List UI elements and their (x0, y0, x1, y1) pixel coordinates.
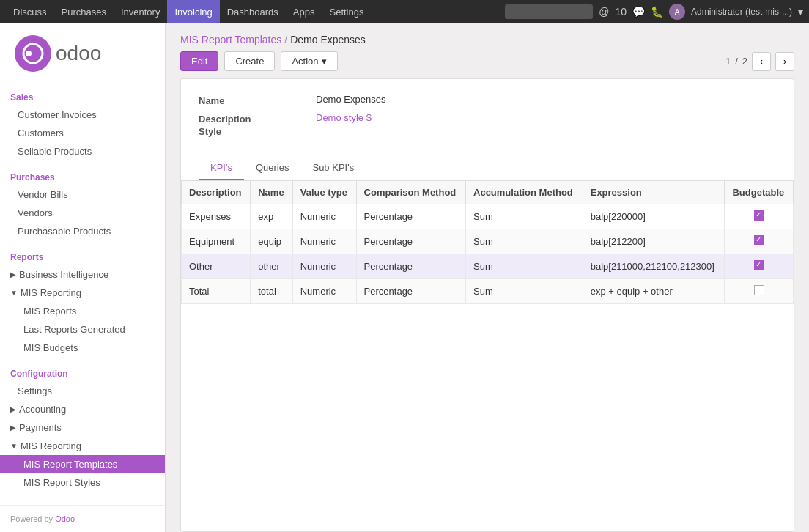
sidebar-label-mis-reporting-config: MIS Reporting (21, 440, 81, 451)
nav-inventory[interactable]: Inventory (114, 0, 167, 23)
tab-sub-kpis[interactable]: Sub KPI's (300, 156, 366, 180)
sidebar-item-sellable-products[interactable]: Sellable Products (0, 142, 165, 160)
sidebar-group-accounting[interactable]: ▶ Accounting (0, 400, 165, 418)
edit-button[interactable]: Edit (180, 51, 218, 71)
prev-page-button[interactable]: ‹ (752, 52, 771, 71)
section-title-sales: Sales (0, 89, 165, 106)
checkbox-icon[interactable] (754, 210, 764, 221)
sidebar-section-configuration: Configuration Settings ▶ Accounting ▶ Pa… (0, 360, 165, 495)
checkbox-icon[interactable] (754, 235, 764, 245)
nav-dashboards[interactable]: Dashboards (220, 0, 286, 23)
checkbox-icon[interactable] (754, 260, 764, 270)
action-button[interactable]: Action ▾ (281, 51, 337, 71)
col-value-type: Value type (292, 180, 356, 204)
cell-comparison: Percentage (356, 229, 465, 254)
nav-discuss[interactable]: Discuss (6, 0, 54, 23)
avatar: A (669, 4, 685, 20)
sidebar-item-mis-reports[interactable]: MIS Reports (0, 302, 165, 320)
cell-accumulation: Sum (466, 204, 583, 229)
table-row[interactable]: ExpensesexpNumericPercentageSumbalp[2200… (182, 204, 794, 229)
cell-comparison: Percentage (356, 254, 465, 278)
section-title-configuration: Configuration (0, 366, 165, 382)
breadcrumb-separator: / (284, 34, 287, 45)
chat-icon: 💬 (632, 6, 645, 18)
sidebar-section-sales: Sales Customer Invoices Customers Sellab… (0, 84, 165, 163)
main-layout: odoo Sales Customer Invoices Customers S… (0, 23, 809, 532)
top-navigation: Discuss Purchases Inventory Invoicing Da… (0, 0, 809, 23)
sidebar-item-vendor-bills[interactable]: Vendor Bills (0, 185, 165, 204)
toolbar-right: 1 / 2 ‹ › (725, 52, 794, 71)
sidebar-group-payments[interactable]: ▶ Payments (0, 418, 165, 437)
cell-name: equip (251, 229, 292, 254)
cell-name: total (251, 278, 292, 303)
sidebar-item-purchasable-products[interactable]: Purchasable Products (0, 222, 165, 240)
table-row[interactable]: EquipmentequipNumericPercentageSumbalp[2… (182, 229, 794, 254)
table-row[interactable]: OtherotherNumericPercentageSumbalp[21100… (182, 254, 794, 278)
badge-count: 10 (615, 6, 627, 18)
sidebar-section-purchases: Purchases Vendor Bills Vendors Purchasab… (0, 163, 165, 243)
cell-value-type: Numeric (292, 278, 356, 303)
kpis-table-container: Description Name Value type Comparison M… (181, 180, 794, 304)
cell-value-type: Numeric (292, 229, 356, 254)
toolbar: Edit Create Action ▾ 1 / 2 ‹ › (166, 51, 809, 78)
sidebar-group-business-intelligence[interactable]: ▶ Business Intelligence (0, 265, 165, 284)
col-accumulation: Accumulation Method (466, 180, 583, 204)
col-description: Description (182, 180, 251, 204)
checkbox-icon[interactable] (754, 285, 764, 295)
nav-settings[interactable]: Settings (322, 0, 371, 23)
sidebar-item-mis-report-styles[interactable]: MIS Report Styles (0, 473, 165, 492)
cell-budgetable[interactable] (725, 229, 794, 254)
sidebar-section-reports: Reports ▶ Business Intelligence ▼ MIS Re… (0, 243, 165, 360)
action-chevron-icon: ▾ (322, 56, 327, 67)
col-comparison: Comparison Method (356, 180, 465, 204)
at-icon: @ (599, 6, 609, 18)
nav-right: @ 10 💬 🐛 A Administrator (test-mis-...) … (505, 4, 803, 20)
sidebar-item-mis-budgets[interactable]: MIS Budgets (0, 339, 165, 357)
global-search[interactable] (505, 4, 593, 19)
tab-queries[interactable]: Queries (244, 156, 301, 180)
cell-expression: balp[212200] (583, 229, 725, 254)
content-area: MIS Report Templates / Demo Expenses Edi… (166, 23, 809, 532)
tab-kpis[interactable]: KPI's (199, 156, 244, 180)
arrow-right-accounting-icon: ▶ (10, 405, 16, 413)
table-row[interactable]: TotaltotalNumericPercentageSumexp + equi… (182, 278, 794, 303)
sidebar-item-mis-report-templates[interactable]: MIS Report Templates (0, 455, 165, 473)
sidebar-item-last-reports[interactable]: Last Reports Generated (0, 320, 165, 339)
sidebar-label-bi: Business Intelligence (19, 269, 108, 280)
sidebar-logo: odoo (0, 23, 165, 84)
cell-budgetable[interactable] (725, 254, 794, 278)
cell-name: exp (251, 204, 292, 229)
sidebar-item-customer-invoices[interactable]: Customer Invoices (0, 106, 165, 124)
sidebar-group-mis-reporting-config[interactable]: ▼ MIS Reporting (0, 437, 165, 455)
desc-style-row: Description Style Demo style $ (199, 112, 776, 138)
col-expression: Expression (583, 180, 725, 204)
sidebar-item-vendors[interactable]: Vendors (0, 204, 165, 222)
logo-icon (15, 35, 51, 72)
next-page-button[interactable]: › (775, 52, 794, 71)
sidebar: odoo Sales Customer Invoices Customers S… (0, 23, 166, 532)
cell-description: Total (182, 278, 251, 303)
nav-invoicing[interactable]: Invoicing (167, 0, 219, 23)
svg-point-1 (26, 51, 32, 56)
page-current: 1 (725, 56, 731, 67)
user-name[interactable]: Administrator (test-mis-...) (691, 7, 792, 17)
cell-budgetable[interactable] (725, 278, 794, 303)
nav-purchases[interactable]: Purchases (54, 0, 114, 23)
create-button[interactable]: Create (224, 51, 275, 71)
odoo-link[interactable]: Odoo (55, 514, 75, 523)
cell-description: Equipment (182, 229, 251, 254)
sidebar-footer: Powered by Odoo (0, 505, 165, 532)
nav-apps[interactable]: Apps (286, 0, 322, 23)
sidebar-item-settings[interactable]: Settings (0, 382, 165, 400)
cell-comparison: Percentage (356, 204, 465, 229)
sidebar-group-mis-reporting-reports[interactable]: ▼ MIS Reporting (0, 284, 165, 302)
breadcrumb-parent[interactable]: MIS Report Templates (180, 34, 281, 45)
cell-value-type: Numeric (292, 204, 356, 229)
desc-style-value[interactable]: Demo style $ (316, 112, 372, 138)
cell-budgetable[interactable] (725, 204, 794, 229)
cell-expression: balp[220000] (583, 204, 725, 229)
sidebar-item-customers[interactable]: Customers (0, 124, 165, 142)
form-header: Name Demo Expenses Description Style Dem… (181, 79, 794, 156)
cell-description: Expenses (182, 204, 251, 229)
arrow-down-mis-icon: ▼ (10, 442, 18, 450)
